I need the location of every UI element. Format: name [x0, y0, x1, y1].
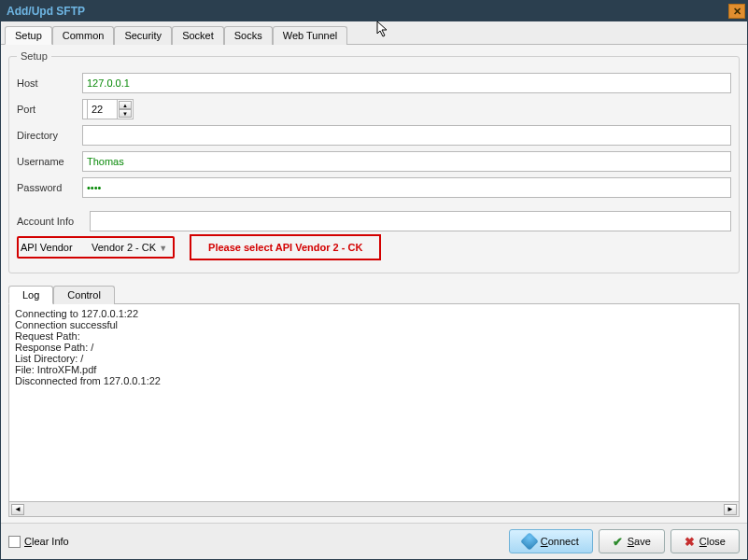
- main-tabstrip: Setup Common Security Socket Socks Web T…: [1, 21, 747, 45]
- port-input[interactable]: [87, 99, 118, 119]
- save-button[interactable]: ✔ Save: [599, 529, 665, 553]
- api-vendor-label: API Vendor: [19, 242, 92, 253]
- username-input[interactable]: [82, 151, 731, 172]
- clear-info-label[interactable]: Clear Info: [24, 536, 69, 547]
- directory-input[interactable]: [82, 125, 731, 146]
- setup-legend: Setup: [17, 50, 51, 62]
- subtab-control[interactable]: Control: [53, 286, 114, 304]
- titlebar: Add/Upd SFTP ✕: [1, 1, 747, 21]
- tab-setup[interactable]: Setup: [5, 26, 52, 45]
- check-icon: ✔: [613, 536, 623, 548]
- api-vendor-value: Vendor 2 - CK: [92, 242, 156, 253]
- port-down-button[interactable]: ▼: [119, 109, 132, 118]
- close-icon: ✕: [733, 6, 741, 18]
- clear-info-checkbox[interactable]: [8, 536, 21, 548]
- window-title: Add/Upd SFTP: [7, 5, 85, 18]
- tab-socket[interactable]: Socket: [172, 26, 224, 45]
- log-horizontal-scrollbar[interactable]: ◄ ►: [8, 502, 740, 517]
- api-vendor-select[interactable]: Vendor 2 - CK ▼: [92, 242, 167, 253]
- tab-webtunnel[interactable]: Web Tunnel: [273, 26, 348, 45]
- password-input[interactable]: [82, 177, 731, 198]
- tab-socks[interactable]: Socks: [224, 26, 273, 45]
- close-icon: ✖: [684, 536, 695, 548]
- subtab-log[interactable]: Log: [8, 286, 53, 304]
- connect-icon: [520, 532, 539, 551]
- setup-group: Setup Host Port ▲ ▼ Directory: [8, 50, 740, 273]
- footer-bar: Clear Info Connect ✔ Save ✖ Close: [1, 523, 747, 559]
- log-tabstrip: Log Control: [8, 285, 740, 303]
- account-info-input[interactable]: [90, 211, 731, 231]
- scroll-right-button[interactable]: ►: [724, 504, 737, 515]
- tab-common[interactable]: Common: [52, 26, 115, 45]
- api-vendor-hint: Please select API Vendor 2 - CK: [190, 234, 381, 260]
- host-label: Host: [17, 77, 82, 89]
- scroll-left-button[interactable]: ◄: [11, 504, 24, 515]
- account-info-label: Account Info: [17, 216, 90, 227]
- directory-label: Directory: [17, 130, 82, 141]
- password-label: Password: [17, 182, 82, 193]
- log-textarea[interactable]: Connecting to 127.0.0.1:22 Connection su…: [8, 303, 740, 502]
- port-label: Port: [17, 104, 82, 115]
- username-label: Username: [17, 156, 82, 167]
- tab-security[interactable]: Security: [114, 26, 172, 45]
- port-spinner[interactable]: ▲ ▼: [82, 99, 134, 119]
- chevron-down-icon: ▼: [159, 244, 167, 253]
- connect-button[interactable]: Connect: [509, 529, 593, 553]
- close-button[interactable]: ✖ Close: [670, 529, 740, 553]
- host-input[interactable]: [82, 73, 731, 93]
- window-close-button[interactable]: ✕: [728, 4, 745, 19]
- port-up-button[interactable]: ▲: [119, 101, 132, 109]
